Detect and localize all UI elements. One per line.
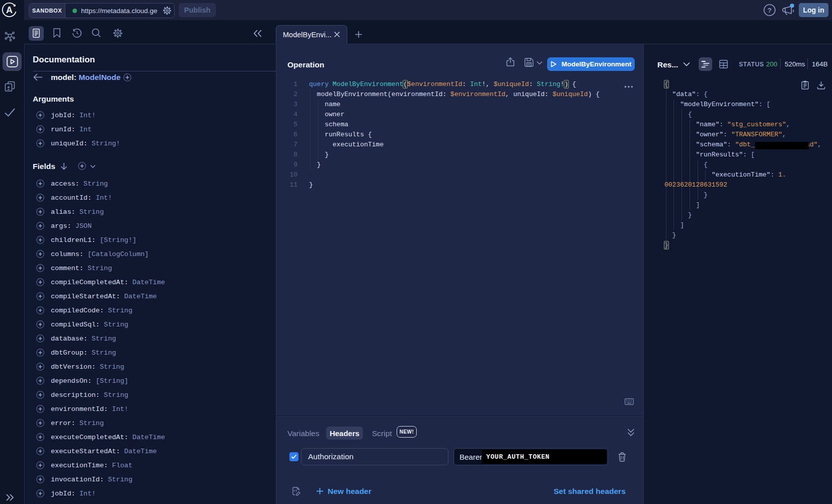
svg-text:?: ? xyxy=(768,7,772,14)
svg-text:A: A xyxy=(6,5,13,15)
